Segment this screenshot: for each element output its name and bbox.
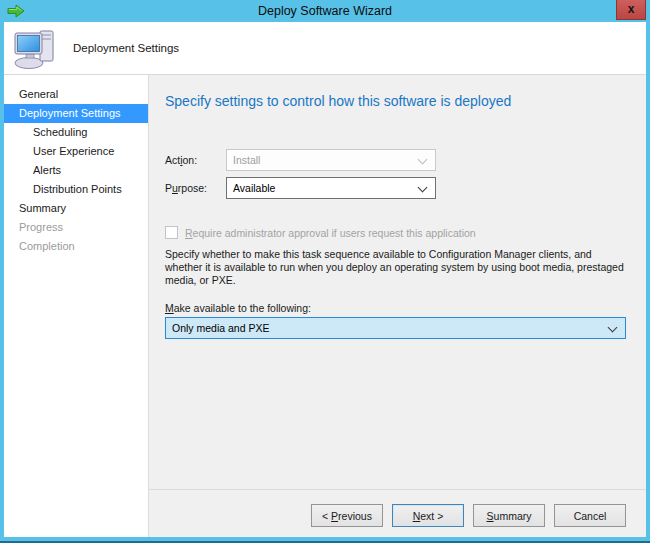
description-text: Specify whether to make this task sequen… <box>165 248 626 287</box>
action-dropdown: Install <box>226 149 436 171</box>
wizard-frame: Deployment Settings General Deployment S… <box>4 22 646 537</box>
sidebar-item-progress: Progress <box>4 218 148 237</box>
page-heading: Specify settings to control how this sof… <box>165 93 626 109</box>
chevron-down-icon <box>418 155 428 165</box>
summary-button[interactable]: Summary <box>473 504 545 527</box>
wizard-arrow-icon <box>7 4 25 18</box>
purpose-label: Purpose: <box>165 182 226 194</box>
approval-row: Require administrator approval if users … <box>165 226 626 239</box>
cancel-button-label: Cancel <box>574 510 607 522</box>
close-icon: x <box>628 3 635 15</box>
make-available-label: Make available to the following: <box>165 302 626 314</box>
action-label: Action: <box>165 154 226 166</box>
sidebar-item-completion: Completion <box>4 237 148 256</box>
approval-checkbox <box>165 226 178 239</box>
sidebar-item-general[interactable]: General <box>4 85 148 104</box>
wizard-body: General Deployment Settings Scheduling U… <box>4 75 646 537</box>
cancel-button[interactable]: Cancel <box>554 504 626 527</box>
footer: < Previous Next > Summary Cancel <box>149 489 646 537</box>
sidebar-item-distribution-points[interactable]: Distribution Points <box>4 180 148 199</box>
content-main: Specify settings to control how this sof… <box>149 75 646 489</box>
previous-button[interactable]: < Previous <box>311 504 383 527</box>
header-title: Deployment Settings <box>73 42 179 54</box>
make-available-value: Only media and PXE <box>172 322 269 334</box>
sidebar-item-scheduling[interactable]: Scheduling <box>4 123 148 142</box>
content-pane: Specify settings to control how this sof… <box>149 75 646 537</box>
sidebar: General Deployment Settings Scheduling U… <box>4 75 149 537</box>
chevron-down-icon <box>418 183 428 193</box>
header: Deployment Settings <box>4 22 646 75</box>
sidebar-item-alerts[interactable]: Alerts <box>4 161 148 180</box>
sidebar-item-user-experience[interactable]: User Experience <box>4 142 148 161</box>
sidebar-item-deployment-settings[interactable]: Deployment Settings <box>4 104 148 123</box>
close-button[interactable]: x <box>616 0 646 20</box>
previous-button-label: < Previous <box>322 510 372 522</box>
make-available-dropdown[interactable]: Only media and PXE <box>165 317 626 339</box>
form-rows: Action: Install Purpose: Available <box>165 149 626 199</box>
next-button[interactable]: Next > <box>392 504 464 527</box>
action-row: Action: Install <box>165 149 626 171</box>
purpose-dropdown[interactable]: Available <box>226 177 436 199</box>
sidebar-item-summary[interactable]: Summary <box>4 199 148 218</box>
window-title: Deploy Software Wizard <box>258 4 392 18</box>
computer-icon <box>13 28 57 70</box>
purpose-value: Available <box>233 182 275 194</box>
purpose-row: Purpose: Available <box>165 177 626 199</box>
action-value: Install <box>233 154 260 166</box>
next-button-label: Next > <box>413 510 444 522</box>
summary-button-label: Summary <box>487 510 532 522</box>
deploy-software-wizard-window: Deploy Software Wizard x <box>0 0 650 543</box>
chevron-down-icon <box>608 323 618 333</box>
titlebar[interactable]: Deploy Software Wizard x <box>0 0 650 22</box>
approval-label: Require administrator approval if users … <box>185 227 476 239</box>
